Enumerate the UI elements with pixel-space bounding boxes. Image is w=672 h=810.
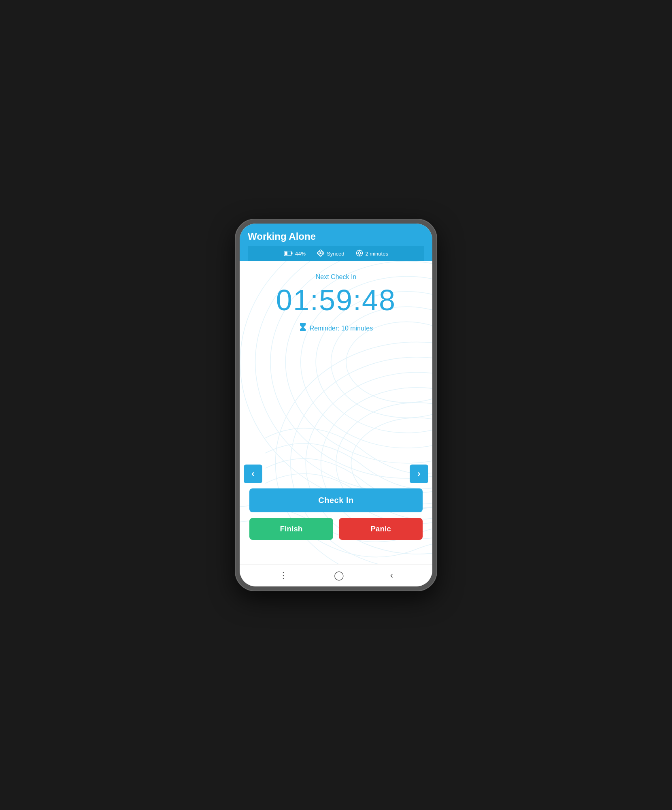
battery-status: 44% (284, 251, 306, 257)
sync-status: Synced (317, 249, 344, 258)
panic-button[interactable]: Panic (339, 518, 423, 540)
bottom-area: Check In Finish Panic (240, 488, 432, 540)
gps-icon (356, 249, 363, 258)
sync-label: Synced (327, 251, 344, 257)
left-arrow-icon: ‹ (251, 469, 254, 479)
app-header: Working Alone 44% (240, 224, 432, 261)
gps-status: 2 minutes (356, 249, 388, 258)
gps-label: 2 minutes (366, 251, 388, 257)
status-bar: 44% Synced (248, 246, 424, 261)
battery-icon (284, 251, 293, 257)
checkin-button[interactable]: Check In (249, 488, 423, 512)
phone-frame: Working Alone 44% (235, 219, 437, 591)
main-content: Next Check In 01:59:48 Reminder: 10 minu… (240, 261, 432, 564)
finish-button[interactable]: Finish (249, 518, 333, 540)
recents-icon[interactable]: ⋮ (279, 570, 288, 581)
reminder-label: Reminder: 10 minutes (310, 325, 373, 332)
svg-rect-2 (291, 252, 293, 254)
phone-screen: Working Alone 44% (240, 224, 432, 586)
android-nav-bar: ⋮ ◯ ‹ (240, 564, 432, 586)
svg-point-8 (358, 252, 361, 254)
prev-button[interactable]: ‹ (244, 465, 262, 483)
countdown-timer: 01:59:48 (276, 286, 396, 315)
svg-rect-28 (300, 330, 306, 331)
nav-arrows: ‹ › (240, 465, 432, 483)
app-title: Working Alone (248, 231, 424, 242)
next-checkin-label: Next Check In (316, 273, 356, 281)
next-button[interactable]: › (410, 465, 428, 483)
right-arrow-icon: › (417, 469, 420, 479)
hourglass-icon (299, 323, 306, 334)
svg-rect-27 (300, 323, 306, 324)
home-icon[interactable]: ◯ (334, 570, 344, 581)
action-buttons: Finish Panic (249, 518, 423, 540)
battery-label: 44% (295, 251, 306, 257)
reminder-row: Reminder: 10 minutes (299, 323, 373, 334)
back-icon[interactable]: ‹ (390, 570, 393, 581)
sync-icon (317, 249, 324, 258)
svg-rect-1 (285, 252, 287, 255)
